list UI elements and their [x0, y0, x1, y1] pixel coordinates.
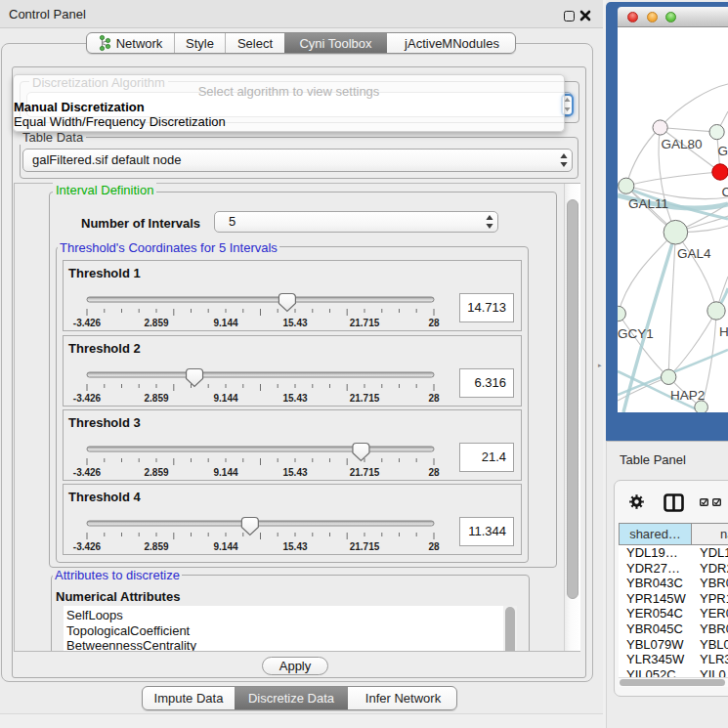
svg-text:9.144: 9.144	[213, 318, 237, 328]
svg-text:28: 28	[428, 393, 440, 404]
svg-text:GCY1: GCY1	[618, 326, 654, 341]
svg-text:-3.426: -3.426	[73, 541, 102, 552]
svg-text:15.43: 15.43	[282, 541, 307, 552]
svg-text:GAL80: GAL80	[662, 137, 703, 151]
svg-text:GA: GA	[717, 144, 728, 158]
svg-text:28: 28	[428, 467, 440, 478]
svg-text:2.859: 2.859	[144, 541, 168, 552]
svg-text:9.144: 9.144	[213, 393, 237, 404]
svg-text:-3.426: -3.426	[73, 393, 102, 404]
svg-text:2.859: 2.859	[144, 393, 168, 404]
svg-text:21.715: 21.715	[350, 318, 380, 328]
svg-text:GAL11: GAL11	[628, 196, 668, 211]
svg-text:21.715: 21.715	[350, 393, 380, 404]
svg-text:H: H	[719, 324, 728, 339]
svg-text:C: C	[722, 185, 728, 199]
svg-text:-3.426: -3.426	[73, 467, 102, 478]
svg-text:15.43: 15.43	[282, 467, 307, 478]
svg-text:2.859: 2.859	[144, 318, 168, 328]
svg-text:GAL4: GAL4	[677, 246, 711, 261]
svg-text:21.715: 21.715	[350, 467, 380, 478]
svg-text:-3.426: -3.426	[73, 318, 102, 328]
svg-text:28: 28	[428, 318, 440, 328]
svg-text:21.715: 21.715	[350, 541, 380, 552]
svg-text:9.144: 9.144	[213, 541, 237, 552]
svg-text:9.144: 9.144	[213, 467, 237, 478]
svg-text:15.43: 15.43	[282, 393, 307, 404]
svg-text:28: 28	[428, 541, 440, 552]
svg-text:HAP2: HAP2	[670, 388, 705, 403]
svg-text:15.43: 15.43	[282, 318, 307, 328]
svg-text:2.859: 2.859	[144, 467, 168, 478]
